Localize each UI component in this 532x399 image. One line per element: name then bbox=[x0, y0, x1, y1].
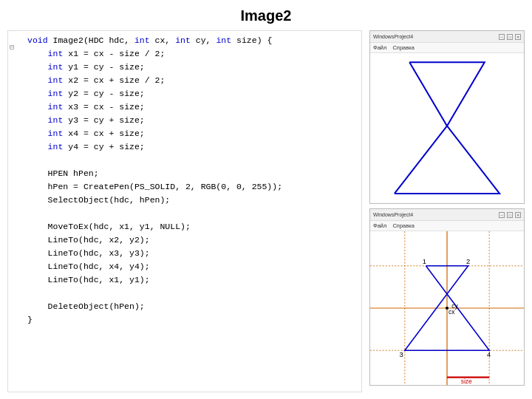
main-content: ⊟ void Image2(HDC hdc, int cx, int cy, i… bbox=[0, 30, 532, 392]
code-line: hPen = CreatePen(PS_SOLID, 2, RGB(0, 0, … bbox=[8, 180, 361, 194]
win-title-top: WindowsProject4 bbox=[373, 34, 413, 39]
win-title-bottom: WindowsProject4 bbox=[373, 212, 413, 217]
win-minimize-top[interactable]: ─ bbox=[499, 34, 505, 40]
code-line: int x1 = cx - size / 2; bbox=[8, 47, 361, 61]
win-close-top[interactable]: ✕ bbox=[515, 34, 521, 40]
code-line: int y1 = cy - size; bbox=[8, 61, 361, 74]
svg-text:3: 3 bbox=[400, 351, 403, 358]
menu-help-bottom[interactable]: Справка bbox=[392, 222, 414, 229]
win-menubar-top: Файл Справка bbox=[370, 43, 524, 53]
menu-file-bottom[interactable]: Файл bbox=[373, 222, 386, 229]
win-titlebar-top: WindowsProject4 ─ □ ✕ bbox=[370, 31, 524, 43]
win-maximize-bottom[interactable]: □ bbox=[507, 212, 513, 218]
code-line: int y4 = cy + size; bbox=[8, 140, 361, 154]
code-line: LineTo(hdc, x4, y4); bbox=[8, 260, 361, 273]
code-line bbox=[8, 287, 361, 300]
code-line: LineTo(hdc, x3, y3); bbox=[8, 247, 361, 260]
code-line: HPEN hPen; bbox=[8, 167, 361, 180]
code-line: LineTo(hdc, x1, y1); bbox=[8, 273, 361, 287]
code-line: int y2 = cy - size; bbox=[8, 87, 361, 100]
win-menubar-bottom: Файл Справка bbox=[370, 221, 524, 231]
code-line bbox=[8, 207, 361, 220]
code-line: int x2 = cx + size / 2; bbox=[8, 74, 361, 87]
svg-text:4: 4 bbox=[487, 351, 491, 358]
menu-file-top[interactable]: Файл bbox=[373, 44, 386, 51]
code-line: } bbox=[8, 313, 361, 327]
win-minimize-bottom[interactable]: ─ bbox=[499, 212, 505, 218]
code-line: DeleteObject(hPen); bbox=[8, 300, 361, 313]
page-title: Image2 bbox=[0, 0, 532, 30]
preview-top: WindowsProject4 ─ □ ✕ Файл Справка bbox=[369, 30, 525, 204]
menu-help-top[interactable]: Справка bbox=[392, 44, 414, 51]
code-line: int y3 = cy + size; bbox=[8, 114, 361, 127]
win-controls-top: ─ □ ✕ bbox=[499, 34, 521, 40]
code-line bbox=[8, 154, 361, 167]
code-panel: ⊟ void Image2(HDC hdc, int cx, int cy, i… bbox=[7, 30, 362, 392]
svg-point-14 bbox=[446, 307, 449, 310]
right-panel: WindowsProject4 ─ □ ✕ Файл Справка bbox=[369, 30, 525, 392]
code-line: int x3 = cx - size; bbox=[8, 100, 361, 114]
code-line: LineTo(hdc, x2, y2); bbox=[8, 233, 361, 247]
hourglass-svg bbox=[381, 55, 513, 197]
svg-text:size: size bbox=[461, 378, 472, 385]
svg-text:cy: cy bbox=[451, 302, 458, 310]
code-line: void Image2(HDC hdc, int cx, int cy, int… bbox=[8, 34, 361, 47]
win-maximize-top[interactable]: □ bbox=[507, 34, 513, 40]
preview-bottom: WindowsProject4 ─ □ ✕ Файл Справка bbox=[369, 208, 525, 386]
win-titlebar-bottom: WindowsProject4 ─ □ ✕ bbox=[370, 209, 524, 221]
code-line: int x4 = cx + size; bbox=[8, 127, 361, 140]
svg-text:1: 1 bbox=[423, 258, 426, 265]
win-close-bottom[interactable]: ✕ bbox=[515, 212, 521, 218]
diagram-svg: 1 2 3 4 cx cy size bbox=[370, 231, 524, 385]
code-line: SelectObject(hdc, hPen); bbox=[8, 194, 361, 207]
code-line: MoveToEx(hdc, x1, y1, NULL); bbox=[8, 220, 361, 233]
svg-text:2: 2 bbox=[466, 258, 470, 265]
collapse-marker: ⊟ bbox=[10, 44, 14, 52]
win-controls-bottom: ─ □ ✕ bbox=[499, 212, 521, 218]
